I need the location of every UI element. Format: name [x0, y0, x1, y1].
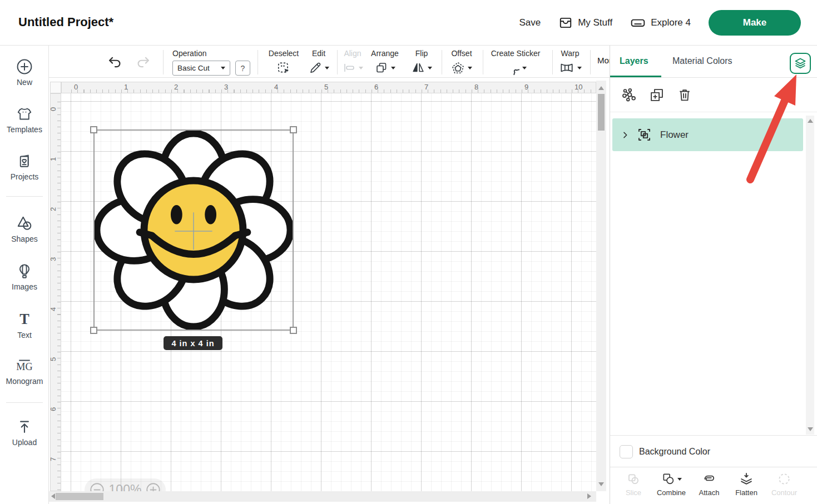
sidebar-item-label: Monogram: [6, 377, 43, 386]
deselect-button[interactable]: Deselect: [266, 49, 301, 76]
operation-label: Operation: [172, 49, 250, 58]
svg-text:MG: MG: [16, 362, 32, 373]
ruler-number: 3: [49, 257, 57, 261]
sidebar-item-shapes[interactable]: Shapes: [0, 214, 49, 243]
sidebar-item-text[interactable]: T Text: [0, 311, 49, 340]
scroll-down-arrow[interactable]: [808, 427, 813, 431]
tab-material-colors[interactable]: Material Colors: [672, 56, 732, 66]
make-button[interactable]: Make: [709, 10, 801, 36]
sidebar-item-new[interactable]: New: [0, 58, 49, 87]
background-color-label: Background Color: [639, 447, 710, 457]
sidebar-item-label: New: [17, 78, 32, 87]
layer-list-scrollbar[interactable]: [806, 116, 814, 435]
slice-button[interactable]: Slice: [615, 472, 652, 497]
explore-label: Explore 4: [651, 17, 691, 28]
help-button[interactable]: ?: [235, 61, 250, 76]
duplicate-icon[interactable]: [648, 87, 665, 103]
project-card-icon: [16, 152, 33, 170]
sidebar-item-projects[interactable]: Projects: [0, 152, 49, 181]
ruler-number: 3: [224, 83, 228, 91]
my-stuff-button[interactable]: My Stuff: [558, 16, 612, 30]
flip-icon: [412, 61, 425, 74]
sidebar-item-monogram[interactable]: MG Monogram: [0, 357, 49, 386]
edit-button[interactable]: Edit: [306, 49, 331, 76]
scroll-down-arrow[interactable]: [598, 482, 604, 486]
project-title[interactable]: Untitled Project*: [18, 15, 113, 29]
scroll-up-arrow[interactable]: [598, 86, 604, 90]
flatten-icon: [739, 472, 754, 486]
chevron-down-icon: [522, 67, 527, 69]
attach-button[interactable]: Attach: [690, 472, 728, 497]
sidebar-item-label: Upload: [12, 438, 37, 447]
layer-operations-bar: Slice Combine: [610, 467, 817, 504]
toolbar-divider: [258, 50, 258, 74]
resize-handle-top-right[interactable]: [290, 126, 297, 133]
operation-select[interactable]: Basic Cut: [172, 61, 230, 76]
layers-panel-toggle-button[interactable]: [790, 53, 811, 74]
canvas-horizontal-scrollbar[interactable]: [49, 491, 596, 502]
layers-icon: [794, 57, 807, 70]
paperclip-icon: [701, 472, 717, 486]
ruler-number: 5: [324, 83, 328, 91]
arrange-button[interactable]: Arrange: [367, 49, 403, 76]
chevron-down-icon: [577, 67, 582, 69]
align-button[interactable]: Align: [339, 49, 366, 76]
sidebar-item-label: Shapes: [11, 234, 37, 243]
upload-icon: [16, 418, 33, 436]
sidebar-item-upload[interactable]: Upload: [0, 418, 49, 447]
save-label: Save: [519, 17, 541, 28]
ruler-number: 6: [374, 83, 378, 91]
combine-button[interactable]: Combine: [652, 472, 690, 497]
canvas-grid[interactable]: 4 in x 4 in 100%: [61, 93, 596, 491]
toolbar-divider: [590, 50, 591, 74]
horizontal-scroll-thumb[interactable]: [56, 493, 103, 500]
panel-tab-bar: Layers Material Colors: [610, 46, 817, 78]
ruler-number: 9: [524, 83, 528, 91]
tshirt-icon: [16, 105, 33, 123]
sidebar-item-label: Templates: [7, 125, 42, 134]
scroll-right-arrow[interactable]: [587, 493, 591, 499]
sidebar-item-templates[interactable]: Templates: [0, 105, 49, 134]
resize-handle-top-left[interactable]: [90, 126, 97, 133]
save-button[interactable]: Save: [519, 17, 541, 28]
edit-toolbar: Operation Basic Cut ? Deselect: [49, 46, 610, 78]
canvas-area[interactable]: 012345678910 01234567: [49, 78, 610, 504]
scroll-left-arrow[interactable]: [51, 493, 55, 499]
shapes-icon: [16, 214, 33, 232]
flower-image[interactable]: [95, 131, 293, 330]
delete-icon[interactable]: [676, 87, 693, 103]
selection-bounding-box[interactable]: [93, 129, 294, 331]
create-sticker-button[interactable]: Create Sticker: [489, 49, 542, 76]
flip-button[interactable]: Flip: [409, 49, 434, 76]
contour-button[interactable]: Contour: [765, 472, 803, 497]
redo-button[interactable]: [135, 56, 151, 69]
scroll-up-arrow[interactable]: [808, 119, 813, 123]
pencil-icon: [309, 61, 322, 74]
ruler-number: 6: [49, 407, 57, 411]
top-bar: Untitled Project* Save My Stuff: [0, 0, 817, 46]
explore-machine-button[interactable]: Explore 4: [630, 16, 691, 30]
flatten-button[interactable]: Flatten: [727, 472, 765, 497]
canvas-vertical-scrollbar[interactable]: [596, 81, 606, 491]
tab-layers[interactable]: Layers: [620, 56, 648, 66]
resize-handle-bottom-right[interactable]: [290, 327, 297, 334]
machine-icon: [630, 16, 646, 30]
resize-handle-bottom-left[interactable]: [90, 327, 97, 334]
warp-button[interactable]: Warp: [556, 49, 584, 76]
background-color-checkbox[interactable]: [620, 445, 633, 458]
vertical-scroll-thumb[interactable]: [598, 94, 605, 131]
chevron-down-icon: [391, 67, 395, 69]
warp-icon: [559, 61, 575, 74]
layer-row-flower[interactable]: Flower: [612, 118, 803, 151]
arrange-icon: [375, 61, 388, 74]
chevron-right-icon[interactable]: [621, 131, 630, 139]
sync-color-icon[interactable]: [621, 87, 637, 103]
offset-button[interactable]: Offset: [445, 49, 478, 76]
ruler-number: 10: [575, 83, 582, 91]
sidebar-item-images[interactable]: Images: [0, 262, 49, 291]
ruler-horizontal: 012345678910: [61, 82, 596, 93]
undo-button[interactable]: [107, 56, 123, 69]
toolbar-divider: [483, 50, 483, 74]
sidebar-item-label: Projects: [11, 172, 39, 181]
sidebar-divider: [6, 402, 43, 403]
